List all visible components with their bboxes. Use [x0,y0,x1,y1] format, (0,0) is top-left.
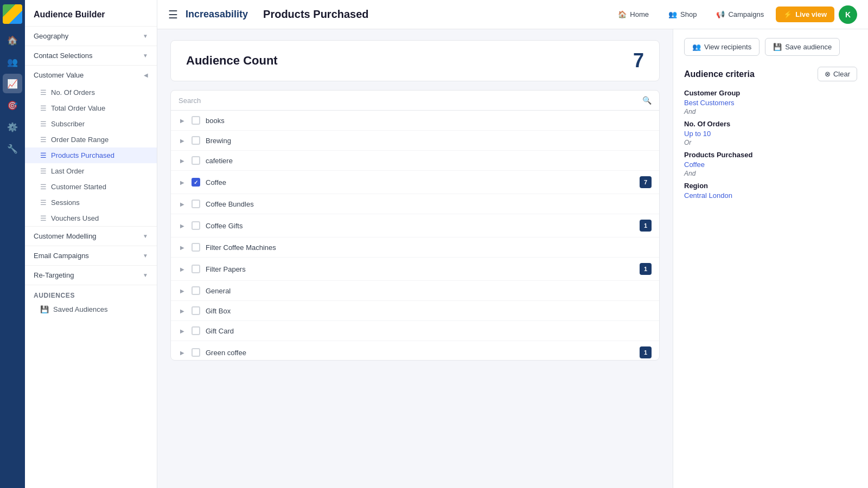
live-view-label: Live view [795,10,827,18]
sidebar: Audience Builder Geography ▼ Contact Sel… [25,0,157,488]
sidebar-contact-selections-label: Contact Selections [34,52,92,60]
product-row[interactable]: ▶Gift Card [171,321,659,341]
product-checkbox[interactable] [192,243,200,252]
clear-button[interactable]: ⊗ Clear [818,67,857,81]
nav-audience-icon[interactable]: 👥 [3,52,22,72]
hamburger-icon[interactable]: ☰ [168,8,178,21]
product-row[interactable]: ▶Brewing [171,131,659,151]
sidebar-customer-modelling-label: Customer Modelling [34,232,97,240]
product-row[interactable]: ▶General [171,281,659,301]
expand-arrow-icon[interactable]: ▶ [178,117,186,124]
nav-analytics-icon[interactable]: 📈 [3,74,22,93]
product-checkbox[interactable] [192,156,200,165]
sidebar-audiences-header: Audiences [25,285,157,301]
sidebar-item-label: Order Date Range [51,136,108,144]
icon-bar: 🏠 👥 📈 🎯 ⚙️ 🔧 [0,0,25,488]
sidebar-customer-modelling-toggle[interactable]: Customer Modelling ▼ [25,227,157,246]
product-row[interactable]: ▶Gift Box [171,301,659,321]
nav-settings-icon[interactable]: ⚙️ [3,117,22,137]
list-icon: ☰ [40,88,47,97]
criteria-group-label: Region [684,182,857,190]
list-icon: ☰ [40,136,47,144]
sidebar-item-order-date-range[interactable]: ☰ Order Date Range [25,132,157,147]
criteria-group-value: Coffee [684,160,857,169]
product-checkbox[interactable] [192,178,200,187]
content-main: Audience Count 7 🔍 ▶books▶Brewing▶cafeti… [157,29,673,488]
product-checkbox[interactable] [192,286,200,295]
product-row[interactable]: ▶Coffee Gifts1 [171,214,659,237]
expand-arrow-icon[interactable]: ▶ [178,222,186,229]
chevron-down-icon: ▼ [143,53,148,59]
expand-arrow-icon[interactable]: ▶ [178,327,186,335]
expand-arrow-icon[interactable]: ▶ [178,178,186,186]
expand-arrow-icon[interactable]: ▶ [178,200,186,208]
expand-arrow-icon[interactable]: ▶ [178,265,186,273]
product-row[interactable]: ▶Coffee Bundles [171,194,659,214]
nav-tools-icon[interactable]: 🔧 [3,139,22,158]
sidebar-item-label: Saved Audiences [53,305,107,313]
sidebar-item-subscriber[interactable]: ☰ Subscriber [25,116,157,132]
campaigns-icon: 📢 [716,10,725,18]
criteria-list: Customer GroupBest CustomersAndNo. Of Or… [684,89,857,200]
product-row[interactable]: ▶books [171,111,659,131]
sidebar-item-products-purchased[interactable]: ☰ Products Purchased [25,147,157,163]
sidebar-item-no-of-orders[interactable]: ☰ No. Of Orders [25,85,157,100]
campaigns-button[interactable]: 📢 Campaigns [709,7,771,22]
criteria-group: Customer GroupBest CustomersAnd [684,89,857,115]
product-checkbox[interactable] [192,221,200,230]
product-row[interactable]: ▶Filter Papers1 [171,258,659,281]
save-audience-button[interactable]: 💾 Save audience [765,38,840,56]
sidebar-item-vouchers-used[interactable]: ☰ Vouchers Used [25,210,157,226]
home-button[interactable]: 🏠 Home [610,7,656,22]
sidebar-section-geography: Geography ▼ [25,27,157,46]
sidebar-retargeting-toggle[interactable]: Re-Targeting ▼ [25,266,157,285]
product-row[interactable]: ▶Coffee7 [171,171,659,194]
expand-arrow-icon[interactable]: ▶ [178,349,186,356]
shop-button[interactable]: 👥 Shop [661,7,704,22]
sidebar-customer-value-toggle[interactable]: Customer Value ◀ [25,66,157,85]
live-view-button[interactable]: ⚡ Live view [776,7,834,22]
sidebar-section-customer-modelling: Customer Modelling ▼ [25,227,157,246]
product-checkbox[interactable] [192,136,200,145]
sidebar-item-label: Subscriber [51,120,85,128]
product-checkbox[interactable] [192,326,200,335]
chevron-left-icon: ◀ [144,72,148,78]
sidebar-item-label: Customer Started [51,183,106,191]
expand-arrow-icon[interactable]: ▶ [178,137,186,144]
product-checkbox[interactable] [192,348,200,357]
sidebar-contact-selections-toggle[interactable]: Contact Selections ▼ [25,46,157,65]
sidebar-item-saved-audiences[interactable]: 💾 Saved Audiences [25,301,157,317]
list-icon: ☰ [40,104,47,112]
expand-arrow-icon[interactable]: ▶ [178,287,186,294]
expand-arrow-icon[interactable]: ▶ [178,243,186,251]
product-row[interactable]: ▶Filter Coffee Machines [171,237,659,258]
nav-home-icon[interactable]: 🏠 [3,30,22,50]
sidebar-geography-toggle[interactable]: Geography ▼ [25,27,157,46]
user-avatar[interactable]: K [839,5,857,24]
view-recipients-button[interactable]: 👥 View recipients [684,38,760,56]
product-row[interactable]: ▶Green coffee1 [171,341,659,360]
sidebar-item-sessions[interactable]: ☰ Sessions [25,195,157,210]
recipients-icon: 👥 [692,43,701,51]
sidebar-item-label: Products Purchased [51,151,114,159]
sidebar-item-total-order-value[interactable]: ☰ Total Order Value [25,100,157,116]
clear-label: Clear [833,70,850,78]
search-input[interactable] [178,97,638,105]
top-navigation: ☰ Increasability Products Purchased 🏠 Ho… [157,0,868,29]
expand-arrow-icon[interactable]: ▶ [178,157,186,164]
nav-targeting-icon[interactable]: 🎯 [3,95,22,115]
product-checkbox[interactable] [192,265,200,273]
product-checkbox[interactable] [192,116,200,125]
criteria-group-label: Products Purchased [684,151,857,159]
product-checkbox[interactable] [192,306,200,315]
product-row[interactable]: ▶cafetiere [171,151,659,171]
audience-count-value: 7 [633,49,644,72]
expand-arrow-icon[interactable]: ▶ [178,307,186,314]
sidebar-item-customer-started[interactable]: ☰ Customer Started [25,179,157,195]
app-logo-icon[interactable] [3,4,22,24]
product-name: Coffee [206,178,634,187]
product-checkbox[interactable] [192,200,200,208]
sidebar-item-last-order[interactable]: ☰ Last Order [25,163,157,179]
list-icon: ☰ [40,183,47,191]
sidebar-email-campaigns-toggle[interactable]: Email Campaigns ▼ [25,246,157,265]
